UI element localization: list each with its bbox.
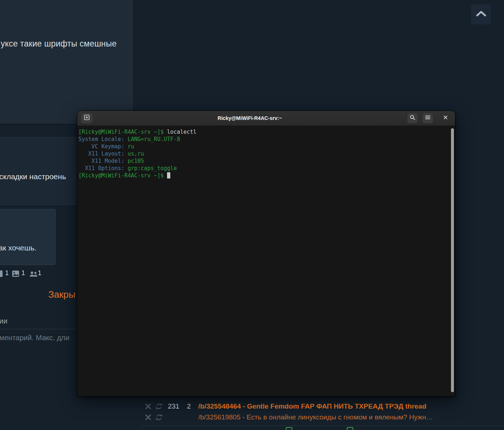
thread-link[interactable]: /b/325619805 - Есть в онлайне линуксоиды… [198, 413, 433, 421]
thread-title-fragment: уксе такие шрифты смешные [1, 39, 117, 49]
reply-quote-text-fragment: ак хочешь. [0, 244, 36, 252]
posters-icon [29, 271, 38, 279]
thread-list-row: /b/325619805 - Есть в онлайне линуксоиды… [145, 412, 433, 422]
hide-thread-icon[interactable] [145, 414, 152, 421]
post-text-fragment: складки настроень [0, 172, 66, 181]
terminal-window: Ricky@MiWiFi-R4AC-srv:~ [77, 111, 455, 396]
thread-posts-count: 231 [166, 402, 181, 410]
window-title: Ricky@MiWiFi-R4AC-srv:~ [92, 115, 407, 121]
thread-list-divider [142, 426, 504, 426]
refresh-thread-icon[interactable] [155, 414, 163, 421]
reply-quote-card [0, 209, 56, 265]
close-window-button[interactable] [440, 113, 451, 123]
terminal-headerbar: Ricky@MiWiFi-R4AC-srv:~ [77, 111, 455, 126]
menu-button[interactable] [423, 113, 433, 123]
scroll-to-top-button[interactable] [471, 4, 491, 24]
checkbox-icon[interactable] [286, 427, 292, 430]
headerbar-controls [407, 113, 451, 123]
image-icon [12, 270, 19, 278]
posters-count: 1 [38, 269, 41, 277]
hamburger-menu-icon [425, 114, 431, 122]
new-tab-button[interactable] [81, 113, 92, 123]
screen: уксе такие шрифты смешные складки настро… [0, 0, 504, 430]
close-icon [443, 115, 448, 121]
thread-link[interactable]: /b/325548464 - Gentle Femdom FAP ФАП НИТ… [198, 402, 426, 410]
thread-new-posts-count: 2 [184, 402, 194, 410]
options-label-fragment: ии [0, 317, 7, 325]
thread-list-row: 231 2 /b/325548464 - Gentle Femdom FAP Ф… [145, 401, 426, 411]
file-icon [0, 270, 3, 279]
comment-placeholder-fragment: ментарий. Макс. дли [0, 334, 69, 342]
close-thread-link[interactable]: Закры [48, 289, 76, 300]
chevron-up-icon [476, 11, 487, 18]
files-count: 1 [5, 269, 9, 277]
terminal-body[interactable]: [Ricky@MiWiFi-R4AC-srv ~]$ localectlSyst… [77, 126, 455, 396]
images-count: 1 [21, 269, 25, 277]
new-tab-icon [84, 114, 90, 122]
hide-thread-icon[interactable] [145, 403, 152, 410]
search-icon [410, 114, 415, 122]
refresh-thread-icon[interactable] [155, 403, 163, 410]
checkbox-icon[interactable] [347, 427, 353, 430]
terminal-output: [Ricky@MiWiFi-R4AC-srv ~]$ localectlSyst… [78, 128, 450, 179]
terminal-scrollbar[interactable] [451, 128, 454, 392]
search-button[interactable] [407, 113, 418, 123]
thread-title-panel: уксе такие шрифты смешные [0, 0, 134, 125]
